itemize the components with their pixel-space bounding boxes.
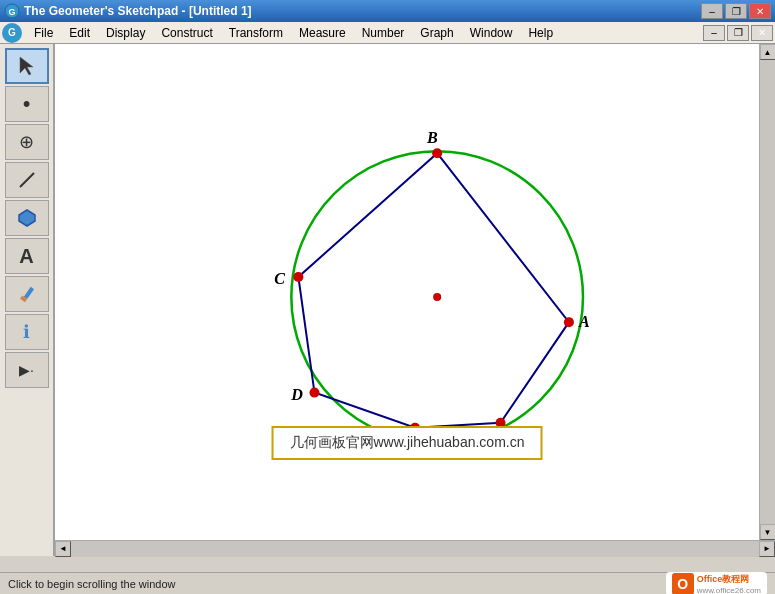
menu-measure[interactable]: Measure [291, 24, 354, 42]
menu-file[interactable]: File [26, 24, 61, 42]
menu-edit[interactable]: Edit [61, 24, 98, 42]
status-bar: Click to begin scrolling the window O Of… [0, 572, 775, 594]
scroll-right-button[interactable]: ► [759, 541, 775, 557]
line-tool-button[interactable] [5, 162, 49, 198]
select-tool-button[interactable] [5, 48, 49, 84]
point-C[interactable] [293, 272, 303, 282]
office-text-block: Office教程网 www.office26.com [697, 573, 761, 595]
menu-bar: G File Edit Display Construct Transform … [0, 22, 775, 44]
polygon [298, 153, 569, 428]
horizontal-scrollbar[interactable]: ◄ ► [55, 540, 775, 556]
marker-tool-button[interactable] [5, 276, 49, 312]
office-line2: www.office26.com [697, 586, 761, 595]
app-icon: G [4, 3, 20, 19]
watermark-text: 几何画板官网www.jihehuaban.com.cn [290, 434, 525, 450]
window-title: The Geometer's Sketchpad - [Untitled 1] [24, 4, 701, 18]
center-point[interactable] [433, 293, 441, 301]
label-C: C [274, 270, 285, 287]
mdi-controls: – ❐ ✕ [703, 25, 773, 41]
scroll-up-button[interactable]: ▲ [760, 44, 776, 60]
close-button[interactable]: ✕ [749, 3, 771, 19]
drawing-canvas[interactable]: B A F E D C [55, 44, 759, 540]
menu-construct[interactable]: Construct [153, 24, 220, 42]
title-bar: G The Geometer's Sketchpad - [Untitled 1… [0, 0, 775, 22]
menu-window[interactable]: Window [462, 24, 521, 42]
vertical-scrollbar[interactable]: ▲ ▼ [759, 44, 775, 540]
svg-rect-5 [23, 287, 33, 299]
mdi-restore-button[interactable]: ❐ [727, 25, 749, 41]
mdi-minimize-button[interactable]: – [703, 25, 725, 41]
geometry-svg: B A F E D C [55, 44, 759, 540]
mdi-close-button[interactable]: ✕ [751, 25, 773, 41]
scroll-left-button[interactable]: ◄ [55, 541, 71, 557]
menu-help[interactable]: Help [520, 24, 561, 42]
point-A[interactable] [564, 317, 574, 327]
toolbar: • ⊕ A ℹ ▶· [0, 44, 55, 556]
menu-transform[interactable]: Transform [221, 24, 291, 42]
menu-items: File Edit Display Construct Transform Me… [26, 24, 561, 42]
minimize-button[interactable]: – [701, 3, 723, 19]
animation-tool-button[interactable]: ▶· [5, 352, 49, 388]
menu-number[interactable]: Number [354, 24, 413, 42]
menu-graph[interactable]: Graph [412, 24, 461, 42]
compass-tool-button[interactable]: ⊕ [5, 124, 49, 160]
watermark-box: 几何画板官网www.jihehuaban.com.cn [272, 426, 543, 460]
info-tool-button[interactable]: ℹ [5, 314, 49, 350]
polygon-tool-button[interactable] [5, 200, 49, 236]
scroll-down-button[interactable]: ▼ [760, 524, 776, 540]
point-B[interactable] [432, 148, 442, 158]
scroll-h-track[interactable] [71, 541, 759, 557]
label-B: B [426, 129, 438, 146]
svg-marker-4 [19, 210, 35, 226]
office-badge: O Office教程网 www.office26.com [666, 572, 767, 595]
label-A: A [578, 313, 590, 330]
window-controls: – ❐ ✕ [701, 3, 771, 19]
restore-button[interactable]: ❐ [725, 3, 747, 19]
office-logo-icon: O [672, 573, 694, 595]
office-line1: Office教程网 [697, 573, 761, 586]
status-message: Click to begin scrolling the window [8, 578, 176, 590]
label-D: D [290, 386, 303, 403]
svg-marker-2 [20, 57, 33, 75]
app-menu-logo: G [2, 23, 22, 43]
svg-line-3 [20, 173, 34, 187]
scroll-v-track[interactable] [760, 60, 776, 524]
point-D[interactable] [309, 388, 319, 398]
svg-text:G: G [8, 7, 15, 17]
office-logo-container: O Office教程网 www.office26.com [672, 573, 761, 595]
point-tool-button[interactable]: • [5, 86, 49, 122]
text-tool-button[interactable]: A [5, 238, 49, 274]
menu-display[interactable]: Display [98, 24, 153, 42]
